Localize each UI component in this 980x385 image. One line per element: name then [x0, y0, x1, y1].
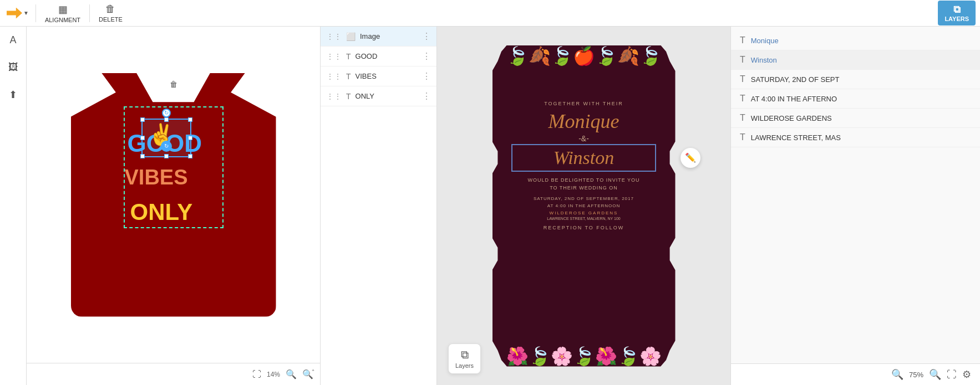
layer-menu-icon[interactable]: ⋮ [422, 71, 431, 81]
layers-button[interactable]: ⧉ LAYERS [938, 1, 976, 25]
drag-handle-icon: ⋮⋮ [326, 72, 342, 81]
card-address-text: LAWRENCE STREET, MALVERN, NY 100 [547, 217, 621, 220]
card-foliage-bottom: 🌺🍃🌸🍃🌺🍃🌸 [492, 300, 676, 367]
layer-only[interactable]: ⋮⋮ T ONLY ⋮ [321, 86, 436, 106]
card-venue-text: WILDEROSE GARDENS [550, 211, 618, 215]
text-icon: T [740, 55, 745, 65]
text-icon: T [740, 35, 745, 45]
left-sidebar: A 🖼 ⬆ [0, 27, 27, 385]
toolbar: ▼ ▦ ALIGNMENT 🗑 DELETE ⧉ LAYERS [0, 0, 980, 27]
zoom-out-icon[interactable]: 🔍 [286, 369, 297, 379]
right-layer-lawrence-name: LAWRENCE STREET, MAS [751, 134, 841, 142]
card-date-text: SATURDAY, 2ND OF SEPTEMBER, 2017 [534, 196, 634, 201]
drag-handle-icon: ⋮⋮ [326, 52, 342, 61]
layers-panel: ⋮⋮ ⬜ Image ⋮ ⋮⋮ T GOOD ⋮ ⋮⋮ T VIBES ⋮ ⋮⋮… [321, 27, 437, 385]
right-layer-at400[interactable]: T AT 4:00 IN THE AFTERNO [731, 89, 980, 109]
divider-1 [35, 4, 36, 22]
delete-button[interactable]: 🗑 DELETE [94, 1, 127, 25]
layers-icon: ⧉ [953, 4, 961, 16]
image-tool-icon[interactable]: 🖼 [5, 58, 22, 76]
layer-good[interactable]: ⋮⋮ T GOOD ⋮ [321, 47, 436, 66]
selection-box[interactable]: ↻ ✌️ ↻ [141, 119, 191, 157]
handle-top-left[interactable] [140, 117, 145, 122]
alignment-button[interactable]: ▦ ALIGNMENT [40, 1, 85, 25]
canvas-area: 🗑 ↻ [27, 27, 321, 385]
right-bottom-bar: 🔍 75% 🔍 ⛶ ⚙ [731, 363, 980, 385]
arrow-tool[interactable]: ▼ [4, 6, 31, 21]
text-vibes: VIBES [125, 166, 188, 189]
settings-icon[interactable]: ⚙ [962, 368, 971, 381]
right-layer-lawrence[interactable]: T LAWRENCE STREET, MAS [731, 128, 980, 147]
upload-tool-icon[interactable]: ⬆ [6, 85, 21, 104]
layer-vibes-name: VIBES [356, 72, 418, 80]
handle-top-mid[interactable] [164, 117, 169, 122]
right-layer-winston-name: Winston [751, 56, 777, 64]
layers-float-button[interactable]: ⧉ Layers [448, 343, 481, 374]
text-only: ONLY [130, 199, 193, 225]
right-layer-at400-name: AT 4:00 IN THE AFTERNO [751, 95, 837, 103]
card-time-text: AT 4:00 IN THE AFTERNOON [547, 203, 621, 208]
arrow-icon [7, 8, 22, 19]
right-layer-saturday-name: SATURDAY, 2ND OF SEPT [751, 75, 840, 84]
text-icon: T [740, 113, 745, 123]
fullscreen-icon[interactable]: ⛶ [947, 369, 957, 381]
rotate-circle-icon: ↻ [161, 141, 172, 152]
image-layer-icon: ⬜ [346, 32, 356, 41]
zoom-percent-right: 75% [909, 371, 923, 379]
layer-menu-icon[interactable]: ⋮ [422, 91, 431, 101]
layer-image[interactable]: ⋮⋮ ⬜ Image ⋮ [321, 27, 436, 47]
canvas-bottom: ⛶ 14% 🔍 🔍+ [27, 363, 320, 385]
layer-image-name: Image [360, 32, 418, 40]
handle-bottom-right[interactable] [188, 154, 192, 158]
zoom-level: 14% [267, 371, 280, 378]
delete-icon: 🗑 [105, 3, 115, 15]
arrow-dropdown-icon[interactable]: ▼ [23, 10, 29, 16]
layers-label: LAYERS [945, 16, 969, 22]
design-area[interactable]: ↻ ✌️ ↻ GOOD VIBES ONLY [124, 106, 224, 228]
card-invite-text: WOULD BE DELIGHTED TO INVITE YOUTO THEIR… [527, 176, 639, 192]
layer-menu-icon[interactable]: ⋮ [422, 31, 431, 42]
right-layer-monique[interactable]: T Monique [731, 31, 980, 50]
zoom-in-right-icon[interactable]: 🔍 [929, 368, 941, 381]
handle-mid-left[interactable] [140, 136, 145, 140]
zoom-out-right-icon[interactable]: 🔍 [891, 368, 903, 381]
layer-menu-icon[interactable]: ⋮ [422, 51, 431, 61]
card-winston-box[interactable]: Winston [511, 144, 656, 172]
drag-handle-icon: ⋮⋮ [326, 32, 342, 41]
alignment-label: ALIGNMENT [45, 17, 80, 23]
right-layer-monique-name: Monique [751, 37, 779, 45]
fit-screen-icon[interactable]: ⛶ [252, 369, 261, 379]
alignment-icon: ▦ [58, 3, 68, 16]
right-layer-wilderose[interactable]: T WILDEROSE GARDENS [731, 109, 980, 128]
text-tool-icon[interactable]: A [6, 31, 19, 49]
card-winston-text: Winston [515, 147, 653, 168]
drag-handle-icon: ⋮⋮ [326, 92, 342, 101]
text-layer-icon: T [346, 92, 351, 101]
card-monique-text: Monique [549, 110, 620, 133]
layer-good-name: GOOD [356, 52, 418, 60]
handle-bottom-left[interactable] [140, 154, 145, 158]
right-layer-wilderose-name: WILDEROSE GARDENS [751, 114, 832, 122]
card-together-text: TOGETHER WITH THEIR [544, 101, 623, 106]
text-icon: T [740, 74, 745, 84]
zoom-in-icon[interactable]: 🔍+ [302, 369, 313, 379]
handle-mid-right[interactable] [188, 136, 192, 140]
card-inner: 🍃🍂🍃🍎🍃🍂🍃 🌺🍃🌸🍃🌺🍃🌸 TOGETHER WITH THEIR Moni… [492, 45, 676, 367]
text-layer-icon: T [346, 52, 351, 61]
canvas-content[interactable]: 🗑 ↻ [27, 27, 320, 363]
text-layer-icon: T [346, 72, 351, 81]
right-layer-winston[interactable]: T Winston [731, 50, 980, 70]
card-edit-button[interactable]: ✏️ [681, 148, 700, 168]
card-area: ⧉ Layers 🍃🍂🍃🍎🍃🍂🍃 🌺🍃🌸🍃🌺🍃🌸 [437, 27, 731, 385]
main-content: A 🖼 ⬆ 🗑 [0, 27, 980, 385]
right-layer-saturday[interactable]: T SATURDAY, 2ND OF SEPT [731, 70, 980, 89]
layer-vibes[interactable]: ⋮⋮ T VIBES ⋮ [321, 66, 436, 86]
layers-float-icon: ⧉ [461, 348, 469, 361]
handle-bottom-mid[interactable] [164, 154, 169, 158]
handle-top-right[interactable] [188, 117, 192, 122]
right-panel: T Monique T Winston T SATURDAY, 2ND OF S… [731, 27, 980, 385]
tshirt-tag-icon: 🗑 [170, 80, 177, 89]
card-reception-text: RECEPTION TO FOLLOW [544, 225, 624, 230]
text-icon: T [740, 132, 745, 142]
rotate-handle[interactable]: ↻ [162, 109, 171, 117]
